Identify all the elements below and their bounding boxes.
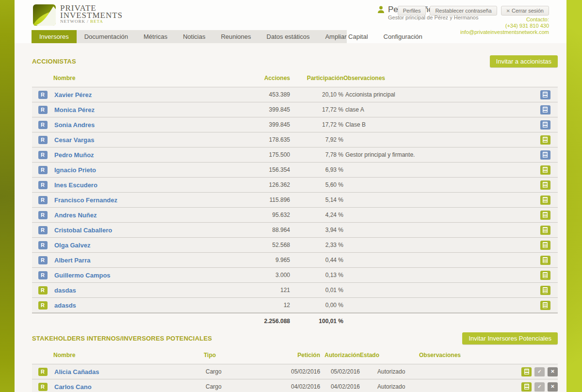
- shareholder-name-link[interactable]: Albert Parra: [54, 257, 90, 264]
- shareholder-name-link[interactable]: Monica Pérez: [54, 106, 95, 114]
- shareholder-name-link[interactable]: Francisco Fernandez: [54, 196, 117, 204]
- document-glyph: [543, 227, 548, 233]
- invite-potential-investors-button[interactable]: Invitar Inversores Potenciales: [462, 332, 558, 344]
- approve-check-icon[interactable]: ✓: [534, 382, 545, 392]
- document-glyph: [543, 272, 548, 278]
- document-glyph: [543, 122, 548, 128]
- shareholder-name-link[interactable]: Cristobal Caballero: [54, 227, 112, 234]
- col-participacion: Participación: [290, 75, 343, 82]
- close-icon: ✕: [506, 8, 510, 14]
- tab-ampliar-capital[interactable]: Ampliar Capital: [317, 30, 375, 43]
- participacion-value: 0,44 %: [290, 257, 343, 263]
- document-glyph: [543, 107, 548, 113]
- col-tipo: Tipo: [204, 352, 291, 359]
- document-icon[interactable]: [540, 180, 550, 190]
- stakeholder-name-link[interactable]: Carlos Cano: [54, 383, 92, 391]
- tab-noticias[interactable]: Noticias: [175, 30, 213, 43]
- participacion-value: 0,00 %: [290, 302, 343, 309]
- record-badge: R: [38, 181, 48, 189]
- logout-button[interactable]: ✕Cerrar sesión: [501, 6, 549, 16]
- document-icon[interactable]: [540, 271, 550, 280]
- reset-password-button[interactable]: Restablecer contraseña: [430, 6, 497, 16]
- record-badge: R: [38, 286, 48, 294]
- remove-x-icon[interactable]: ✕: [548, 367, 558, 376]
- acciones-value: 95.632: [238, 212, 290, 218]
- document-icon[interactable]: [540, 105, 550, 114]
- participacion-value: 2,33 %: [290, 242, 343, 248]
- brand-logo[interactable]: PRIVATE INVESTMENTS NETWORK / BETA: [33, 4, 123, 26]
- document-icon[interactable]: [540, 196, 550, 205]
- tab-inversores[interactable]: Inversores: [32, 30, 77, 43]
- document-icon[interactable]: [540, 120, 550, 130]
- document-glyph: [543, 212, 548, 218]
- acciones-value: 453.389: [238, 91, 290, 98]
- perfiles-button[interactable]: Perfiles: [398, 6, 426, 16]
- record-badge: R: [38, 301, 48, 310]
- tab-m-tricas[interactable]: Métricas: [136, 30, 175, 43]
- remove-x-icon[interactable]: ✕: [548, 382, 558, 392]
- tab-datos-est-ticos[interactable]: Datos estáticos: [259, 30, 318, 43]
- participacion-value: 7,78 %: [290, 151, 343, 158]
- document-icon[interactable]: [540, 135, 550, 145]
- tab-configuraci-n[interactable]: Configuración: [376, 30, 430, 43]
- shareholder-name-link[interactable]: Andres Nuñez: [54, 212, 97, 219]
- record-badge: R: [38, 121, 48, 129]
- document-icon[interactable]: [540, 301, 550, 310]
- stakeholder-name-link[interactable]: Alicia Cañadas: [54, 368, 99, 376]
- shareholder-name-link[interactable]: Pedro Muñoz: [54, 151, 94, 159]
- participacion-value: 6,93 %: [290, 166, 343, 173]
- record-badge: R: [38, 271, 48, 279]
- content: ACCIONISTAS Invitar a accionistas Nombre…: [15, 55, 566, 392]
- acciones-value: 88.964: [238, 227, 290, 233]
- col-peticion: Petición: [291, 352, 320, 359]
- record-badge: R: [38, 166, 48, 174]
- document-icon[interactable]: [540, 226, 550, 235]
- accionistas-table-header: Nombre Acciones Participación Observacio…: [32, 73, 558, 83]
- shareholder-name-link[interactable]: Ignacio Prieto: [54, 166, 96, 174]
- document-icon[interactable]: [540, 256, 550, 265]
- shareholder-name-link[interactable]: Sonia Andres: [54, 121, 95, 129]
- shareholder-name-link[interactable]: Ines Escudero: [54, 181, 97, 189]
- acciones-value: 178.635: [238, 136, 290, 143]
- autorizacion-value: 05/02/2016: [320, 368, 360, 375]
- document-icon[interactable]: [540, 90, 550, 99]
- shareholder-name-link[interactable]: Guillermo Campos: [54, 272, 111, 279]
- document-icon[interactable]: [540, 286, 550, 295]
- shareholder-name-link[interactable]: adasds: [54, 302, 76, 309]
- invite-shareholders-button[interactable]: Invitar a accionistas: [490, 55, 558, 67]
- document-icon[interactable]: [540, 211, 550, 220]
- record-badge: R: [38, 196, 48, 204]
- observaciones-value: Gestor principal y firmante.: [343, 151, 533, 158]
- observaciones-value: Clase B: [343, 121, 533, 128]
- nav-bar: InversoresDocumentaciónMétricasNoticiasR…: [32, 30, 347, 43]
- contact-label: Contacto:: [460, 16, 549, 23]
- tab-reuniones[interactable]: Reuniones: [213, 30, 259, 43]
- participacion-value: 17,72 %: [290, 121, 343, 128]
- table-row: R Olga Galvez 52.568 2,33 %: [32, 237, 558, 252]
- document-icon[interactable]: [540, 241, 550, 250]
- document-icon[interactable]: [521, 367, 532, 376]
- document-icon[interactable]: [540, 165, 550, 175]
- approve-check-icon[interactable]: ✓: [534, 367, 545, 376]
- participacion-value: 0,13 %: [290, 272, 343, 278]
- total-acciones: 2.256.088: [238, 318, 290, 325]
- header-buttons: Perfiles Restablecer contraseña ✕Cerrar …: [398, 6, 549, 16]
- col-nombre: Nombre: [53, 352, 204, 359]
- shareholder-name-link[interactable]: Olga Galvez: [54, 242, 90, 249]
- record-badge: R: [38, 136, 48, 144]
- shareholder-name-link[interactable]: Xavier Pérez: [54, 91, 92, 98]
- participacion-value: 7,92 %: [290, 136, 343, 143]
- document-icon[interactable]: [521, 382, 532, 392]
- col-autorizacion: Autorización: [320, 352, 360, 359]
- shareholder-name-link[interactable]: Cesar Vargas: [54, 136, 94, 144]
- acciones-value: 115.896: [238, 196, 290, 203]
- record-badge: R: [38, 211, 48, 219]
- document-glyph: [524, 384, 529, 390]
- table-row: R Andres Nuñez 95.632 4,24 %: [32, 207, 558, 222]
- contact-email[interactable]: info@privateinvestmentsnetwork.com: [460, 29, 549, 35]
- table-row: R Pedro Muñoz 175.500 7,78 % Gestor prin…: [32, 147, 558, 162]
- shareholder-name-link[interactable]: dasdas: [54, 287, 76, 294]
- accionistas-section-head: ACCIONISTAS Invitar a accionistas: [32, 55, 558, 67]
- document-icon[interactable]: [540, 150, 550, 160]
- tab-documentaci-n[interactable]: Documentación: [77, 30, 136, 43]
